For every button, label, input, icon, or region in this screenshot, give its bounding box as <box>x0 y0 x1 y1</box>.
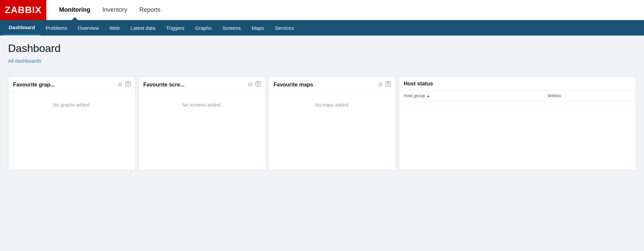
widget-header: Favourite scre... ⚙ <box>139 77 265 92</box>
subnav-web[interactable]: Web <box>104 20 125 36</box>
subnav-maps[interactable]: Maps <box>246 20 269 36</box>
widgets-row: Favourite grap... ⚙ No graphs added. <box>8 76 636 170</box>
widget-title: Favourite maps <box>274 82 375 88</box>
top-nav-items: Monitoring Inventory Reports <box>53 0 166 20</box>
widget-title: Favourite scre... <box>143 82 244 88</box>
widget-favourite-graphs: Favourite grap... ⚙ No graphs added. <box>8 76 136 170</box>
subnav-dashboard[interactable]: Dashboard <box>3 20 40 36</box>
subnav-latest-data[interactable]: Latest data <box>125 20 161 36</box>
widget-title: Favourite grap... <box>13 82 114 88</box>
delete-icon[interactable] <box>255 81 261 88</box>
col-without: Withou <box>543 90 636 101</box>
gear-icon[interactable]: ⚙ <box>117 81 122 88</box>
widget-body: No screens added. <box>139 92 265 118</box>
widget-body: No graphs added. <box>8 92 135 118</box>
gear-icon[interactable]: ⚙ <box>248 81 253 88</box>
widget-favourite-maps: Favourite maps ⚙ No maps added. <box>268 76 396 170</box>
subnav-overview[interactable]: Overview <box>72 20 104 36</box>
nav-item-monitoring[interactable]: Monitoring <box>53 0 96 20</box>
widget-body: No maps added. <box>269 92 396 118</box>
subnav-services[interactable]: Services <box>269 20 299 36</box>
page-content: Dashboard All dashboards Favourite grap.… <box>0 36 644 237</box>
delete-icon[interactable] <box>386 81 391 88</box>
col-host-group[interactable]: Host group ▲ <box>399 90 543 101</box>
widget-header: Favourite grap... ⚙ <box>8 77 135 92</box>
nav-item-inventory[interactable]: Inventory <box>96 0 133 20</box>
gear-icon[interactable]: ⚙ <box>378 81 383 88</box>
sub-nav: Dashboard Problems Overview Web Latest d… <box>0 20 644 36</box>
host-status-table: Host group ▲ Withou <box>399 90 636 112</box>
all-dashboards-link[interactable]: All dashboards <box>8 58 41 64</box>
sort-arrow-icon: ▲ <box>427 94 430 98</box>
nav-item-reports[interactable]: Reports <box>133 0 166 20</box>
top-nav: ZABBIX Monitoring Inventory Reports <box>0 0 644 20</box>
subnav-problems[interactable]: Problems <box>40 20 72 36</box>
subnav-screens[interactable]: Screens <box>217 20 246 36</box>
page-title: Dashboard <box>8 42 636 55</box>
logo[interactable]: ZABBIX <box>0 0 46 20</box>
widget-header: Favourite maps ⚙ <box>269 77 396 92</box>
subnav-triggers[interactable]: Triggers <box>161 20 190 36</box>
delete-icon[interactable] <box>125 81 131 88</box>
subnav-graphs[interactable]: Graphs <box>190 20 217 36</box>
widget-favourite-screens: Favourite scre... ⚙ No screens added. <box>138 76 266 170</box>
host-status-title: Host status <box>404 81 433 87</box>
host-status-header: Host status <box>399 77 636 90</box>
logo-text: ZABBIX <box>5 5 42 15</box>
widget-host-status: Host status Host group ▲ Withou <box>399 76 636 170</box>
